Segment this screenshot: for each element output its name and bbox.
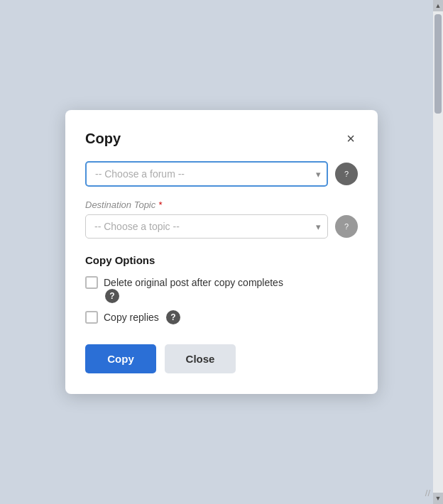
topic-help-icon[interactable]: ? bbox=[335, 215, 358, 238]
scrollbar-track[interactable]: ▲ ▼ bbox=[433, 0, 443, 504]
required-star: * bbox=[158, 199, 162, 210]
page-wrapper: ▲ ▼ Copy × -- Choose a forum -- ▾ ? bbox=[0, 0, 443, 504]
copy-replies-label[interactable]: Copy replies ? bbox=[85, 310, 358, 324]
destination-topic-label: Destination Topic * bbox=[85, 199, 358, 210]
delete-original-text: Delete original post after copy complete… bbox=[104, 277, 283, 288]
modal-footer: Copy Close bbox=[85, 344, 358, 373]
forum-row: -- Choose a forum -- ▾ ? bbox=[85, 161, 358, 187]
copy-options-title: Copy Options bbox=[85, 254, 358, 266]
copy-replies-text: Copy replies bbox=[104, 312, 159, 323]
topic-help-symbol: ? bbox=[344, 222, 349, 231]
modal-header: Copy × bbox=[85, 130, 358, 147]
topic-select[interactable]: -- Choose a topic -- bbox=[85, 214, 328, 239]
up-arrow-icon: ▲ bbox=[435, 2, 442, 9]
resize-handle[interactable]: // bbox=[425, 488, 430, 498]
delete-original-label[interactable]: Delete original post after copy complete… bbox=[85, 276, 358, 289]
down-arrow-icon: ▼ bbox=[435, 495, 442, 502]
scroll-up-button[interactable]: ▲ bbox=[433, 0, 443, 11]
scrollbar-thumb[interactable] bbox=[434, 14, 442, 114]
copy-button[interactable]: Copy bbox=[85, 344, 156, 373]
modal-close-button[interactable]: × bbox=[344, 130, 358, 147]
close-icon: × bbox=[346, 131, 355, 146]
topic-row: -- Choose a topic -- ▾ ? bbox=[85, 214, 358, 239]
destination-topic-section: Destination Topic * -- Choose a topic --… bbox=[85, 199, 358, 239]
copy-replies-help-icon[interactable]: ? bbox=[166, 310, 180, 324]
close-button[interactable]: Close bbox=[165, 344, 236, 373]
scroll-down-button[interactable]: ▼ bbox=[433, 493, 443, 504]
option-delete-original: Delete original post after copy complete… bbox=[85, 276, 358, 303]
delete-original-help-icon[interactable]: ? bbox=[105, 289, 119, 303]
delete-original-help-row: ? bbox=[104, 289, 358, 303]
forum-select[interactable]: -- Choose a forum -- bbox=[85, 161, 328, 187]
copy-options-section: Copy Options Delete original post after … bbox=[85, 254, 358, 324]
forum-select-wrapper: -- Choose a forum -- ▾ bbox=[85, 161, 328, 187]
option-copy-replies: Copy replies ? bbox=[85, 310, 358, 324]
copy-modal: Copy × -- Choose a forum -- ▾ ? Destinat… bbox=[65, 110, 378, 394]
delete-original-checkbox[interactable] bbox=[85, 276, 98, 289]
forum-help-icon[interactable]: ? bbox=[335, 163, 358, 185]
copy-replies-checkbox[interactable] bbox=[85, 311, 98, 324]
modal-title: Copy bbox=[85, 131, 121, 147]
topic-select-wrapper: -- Choose a topic -- ▾ bbox=[85, 214, 328, 239]
forum-help-symbol: ? bbox=[344, 170, 349, 178]
